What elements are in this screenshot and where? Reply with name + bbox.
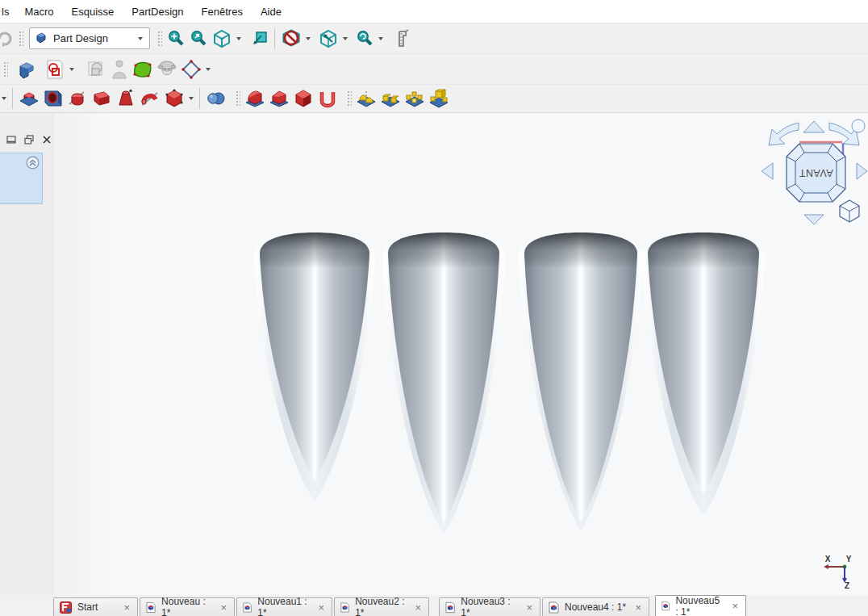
- tab-nouveau2[interactable]: Nouveau2 : 1* ×: [334, 597, 429, 616]
- groove-icon[interactable]: [90, 86, 114, 111]
- toolbar-grip[interactable]: [156, 30, 162, 48]
- nav-arrow-up[interactable]: [803, 121, 824, 132]
- create-sketch-icon[interactable]: [43, 57, 67, 82]
- tab-label: Nouveau4 : 1*: [565, 601, 626, 613]
- cone-model-4[interactable]: [642, 233, 765, 517]
- dock-minimize-icon[interactable]: [6, 134, 16, 145]
- tab-close-icon[interactable]: ×: [633, 602, 643, 613]
- collapse-chevrons-icon[interactable]: [26, 156, 40, 173]
- chevron-down-icon[interactable]: [378, 37, 383, 40]
- tab-close-icon[interactable]: ×: [524, 602, 534, 613]
- thickness-icon[interactable]: [315, 86, 340, 111]
- rotate-left-arrow[interactable]: [769, 123, 799, 145]
- 3d-viewport[interactable]: AVANT X Y Z: [53, 113, 868, 595]
- navigation-cube: AVANT: [762, 119, 867, 224]
- refresh-icon[interactable]: [0, 27, 15, 51]
- menu-macro[interactable]: Macro: [15, 2, 62, 22]
- linear-pattern-icon[interactable]: [378, 86, 403, 111]
- multitransform-icon[interactable]: [427, 86, 451, 111]
- tab-label: Nouveau : 1*: [161, 596, 213, 616]
- fit-all-icon[interactable]: [165, 27, 187, 51]
- toolbar-grip[interactable]: [346, 90, 352, 107]
- revolution-icon[interactable]: [65, 86, 90, 111]
- draft-icon[interactable]: [291, 86, 315, 111]
- fillet-icon[interactable]: [243, 86, 267, 111]
- boolean-icon[interactable]: [162, 86, 186, 111]
- shape-binder-icon[interactable]: [131, 57, 155, 82]
- nav-arrow-left[interactable]: [762, 163, 773, 179]
- measure-caliper-icon[interactable]: [390, 27, 412, 51]
- tab-close-icon[interactable]: ×: [413, 602, 423, 613]
- menu-fenetres[interactable]: Fenêtres: [193, 2, 252, 22]
- pocket-icon[interactable]: [41, 86, 65, 111]
- dock-float-icon[interactable]: [23, 134, 34, 145]
- axis-x-label: X: [825, 555, 831, 564]
- primitive-icon[interactable]: [204, 86, 228, 111]
- tab-close-icon[interactable]: ×: [219, 602, 228, 613]
- nav-arrow-down[interactable]: [804, 215, 824, 224]
- additive-loft-icon[interactable]: [114, 86, 138, 111]
- tab-label: Nouveau1 : 1*: [257, 596, 311, 616]
- menu-outils-partial[interactable]: ls: [0, 2, 15, 22]
- tab-nouveau4[interactable]: Nouveau4 : 1* ×: [542, 597, 649, 616]
- chevron-down-icon[interactable]: [343, 37, 348, 40]
- map-sketch-icon[interactable]: [108, 57, 131, 82]
- toolbar-grip[interactable]: [2, 61, 8, 78]
- chevron-down-icon: [138, 37, 143, 40]
- nav-arrow-right[interactable]: [857, 163, 867, 179]
- tab-label: Nouveau3 : 1*: [461, 596, 519, 616]
- toolbar-grip[interactable]: [18, 30, 23, 48]
- cone-model-2[interactable]: [382, 233, 505, 534]
- toolbar-view: Part Design: [0, 23, 868, 53]
- tab-start[interactable]: Start ×: [53, 597, 138, 616]
- nav-circle-button[interactable]: [852, 119, 865, 132]
- chevron-down-icon[interactable]: [306, 37, 311, 40]
- nav-cube-face-front[interactable]: AVANT: [787, 144, 845, 202]
- nav-iso-cube-button[interactable]: [840, 200, 859, 222]
- toolbar-separator: [274, 28, 275, 49]
- clipping-plane-icon[interactable]: [279, 27, 303, 51]
- tab-label: Nouveau5 : 1*: [675, 595, 724, 616]
- zoom-selection-icon[interactable]: [187, 27, 210, 51]
- view-cube-icon[interactable]: [316, 27, 340, 51]
- workbench-selector[interactable]: Part Design: [29, 27, 150, 49]
- cone-model-1[interactable]: [254, 233, 375, 502]
- chevron-down-icon[interactable]: [236, 37, 241, 40]
- pad-icon[interactable]: [17, 86, 41, 111]
- axonometric-view-icon[interactable]: [210, 27, 234, 51]
- chevron-down-icon[interactable]: [69, 68, 74, 71]
- menu-aide[interactable]: Aide: [252, 2, 290, 22]
- toolbar-overflow-icon[interactable]: [2, 97, 6, 100]
- clone-sheep-icon[interactable]: [155, 57, 179, 82]
- menu-partdesign[interactable]: PartDesign: [123, 2, 192, 22]
- document-icon: [243, 601, 252, 614]
- tab-close-icon[interactable]: ×: [730, 601, 740, 611]
- create-body-icon[interactable]: [15, 57, 40, 82]
- menu-bar: ls Macro Esquisse PartDesign Fenêtres Ai…: [0, 0, 868, 23]
- cone-model-3[interactable]: [519, 233, 643, 531]
- tab-nouveau1[interactable]: Nouveau1 : 1* ×: [236, 597, 332, 616]
- tab-nouveau3[interactable]: Nouveau3 : 1* ×: [439, 597, 540, 616]
- chamfer-icon[interactable]: [267, 86, 291, 111]
- box-zoom-icon[interactable]: [248, 27, 270, 51]
- edit-sketch-icon[interactable]: [84, 57, 108, 82]
- additive-pipe-icon[interactable]: [138, 86, 162, 111]
- tab-close-icon[interactable]: ×: [316, 602, 326, 613]
- menu-esquisse[interactable]: Esquisse: [63, 2, 123, 22]
- datum-icon[interactable]: [179, 57, 203, 82]
- collapsed-tree-panel[interactable]: [0, 153, 43, 204]
- document-icon: [146, 601, 156, 614]
- mirrored-icon[interactable]: [354, 86, 378, 111]
- toolbar-grip[interactable]: [235, 90, 240, 107]
- chevron-down-icon[interactable]: [189, 97, 194, 100]
- toolbar-separator: [12, 88, 13, 109]
- chevron-down-icon[interactable]: [206, 68, 211, 71]
- tab-close-icon[interactable]: ×: [122, 602, 131, 613]
- tab-nouveau[interactable]: Nouveau : 1* ×: [140, 597, 235, 616]
- zoom-tools-icon[interactable]: [353, 27, 376, 51]
- polar-pattern-icon[interactable]: [403, 86, 427, 111]
- dock-close-icon[interactable]: [41, 134, 52, 145]
- 3d-scene: AVANT X Y Z: [53, 113, 868, 595]
- tab-nouveau5-active[interactable]: Nouveau5 : 1* ×: [655, 595, 746, 616]
- document-icon: [661, 600, 670, 612]
